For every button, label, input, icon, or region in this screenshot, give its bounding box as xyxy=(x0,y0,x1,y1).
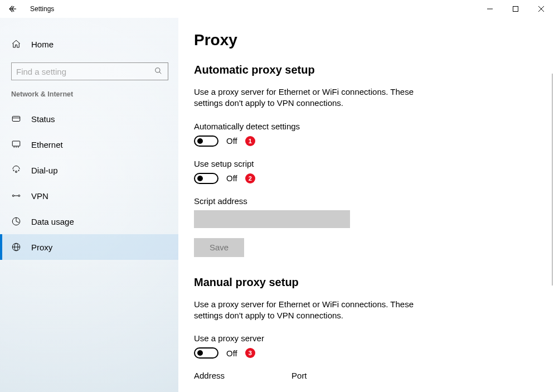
sidebar-item-label: Ethernet xyxy=(31,140,63,149)
status-icon xyxy=(11,114,21,124)
annotation-badge-2: 2 xyxy=(245,173,255,183)
script-address-input xyxy=(194,210,350,228)
titlebar: Settings xyxy=(0,0,554,18)
annotation-badge-3: 3 xyxy=(245,348,255,358)
maximize-icon xyxy=(513,6,518,12)
sidebar-home-label: Home xyxy=(31,40,54,49)
arrow-left-icon xyxy=(8,4,18,14)
vpn-icon xyxy=(11,191,21,201)
settings-window: Settings Home xyxy=(0,0,554,392)
ethernet-icon xyxy=(11,139,21,149)
use-script-state: Off xyxy=(226,173,237,183)
auto-detect-toggle[interactable] xyxy=(194,135,218,147)
svg-point-5 xyxy=(155,68,160,72)
svg-rect-2 xyxy=(513,7,518,12)
svg-point-17 xyxy=(18,195,20,197)
minimize-button[interactable] xyxy=(477,0,503,18)
sidebar-home[interactable]: Home xyxy=(0,31,178,57)
content-inner: Proxy Automatic proxy setup Use a proxy … xyxy=(178,31,524,392)
sidebar-item-ethernet[interactable]: Ethernet xyxy=(0,132,178,157)
use-script-toggle[interactable] xyxy=(194,173,218,184)
sidebar-item-label: Data usage xyxy=(31,217,74,226)
search-box[interactable] xyxy=(11,62,168,80)
minimize-icon xyxy=(487,6,493,12)
sidebar-item-label: VPN xyxy=(31,191,48,201)
sidebar-category-heading: Network & Internet xyxy=(0,80,178,106)
sidebar-item-label: Status xyxy=(31,114,55,124)
manual-section-desc: Use a proxy server for Ethernet or WiFi … xyxy=(194,299,439,322)
toggle-knob-icon xyxy=(197,176,203,181)
window-body: Home Network & Internet Status xyxy=(0,18,554,392)
titlebar-left: Settings xyxy=(7,3,54,15)
search-input[interactable] xyxy=(16,67,154,76)
auto-detect-label: Automatically detect settings xyxy=(194,122,524,131)
svg-point-15 xyxy=(18,170,20,171)
sidebar-item-status[interactable]: Status xyxy=(0,106,178,132)
svg-point-14 xyxy=(13,170,14,171)
sidebar-item-datausage[interactable]: Data usage xyxy=(0,209,178,234)
sidebar-item-vpn[interactable]: VPN xyxy=(0,183,178,209)
sidebar-item-dialup[interactable]: Dial-up xyxy=(0,157,178,183)
sidebar: Home Network & Internet Status xyxy=(0,18,178,392)
window-controls xyxy=(477,0,554,18)
data-usage-icon xyxy=(11,216,21,226)
use-script-toggle-row: Off 2 xyxy=(194,173,524,184)
maximize-button[interactable] xyxy=(503,0,528,18)
svg-rect-9 xyxy=(12,141,20,146)
manual-address-label: Address xyxy=(194,371,225,380)
svg-point-16 xyxy=(12,195,14,197)
toggle-knob-icon xyxy=(197,138,203,144)
svg-rect-7 xyxy=(12,117,20,122)
auto-detect-toggle-row: Off 1 xyxy=(194,135,524,147)
sidebar-item-label: Proxy xyxy=(31,243,52,252)
proxy-icon xyxy=(11,242,21,252)
sidebar-item-proxy[interactable]: Proxy xyxy=(0,234,178,260)
window-title: Settings xyxy=(30,5,54,13)
page-title: Proxy xyxy=(194,31,524,49)
auto-section-heading: Automatic proxy setup xyxy=(194,64,524,76)
save-button: Save xyxy=(194,238,244,257)
close-button[interactable] xyxy=(528,0,554,18)
scrollbar[interactable] xyxy=(552,74,553,285)
close-icon xyxy=(538,6,544,12)
use-proxy-state: Off xyxy=(226,349,237,358)
toggle-knob-icon xyxy=(197,350,203,356)
manual-port-label: Port xyxy=(291,371,307,380)
svg-line-6 xyxy=(159,72,162,74)
search-wrap xyxy=(0,57,178,80)
auto-detect-state: Off xyxy=(226,136,237,146)
auto-section-desc: Use a proxy server for Ethernet or WiFi … xyxy=(194,86,439,109)
back-button[interactable] xyxy=(7,3,19,15)
script-address-label: Script address xyxy=(194,196,524,206)
use-proxy-label: Use a proxy server xyxy=(194,333,524,343)
content-area: Proxy Automatic proxy setup Use a proxy … xyxy=(178,18,554,392)
use-script-label: Use setup script xyxy=(194,159,524,168)
svg-point-13 xyxy=(16,171,17,173)
sidebar-item-label: Dial-up xyxy=(31,166,58,175)
use-proxy-toggle-row: Off 3 xyxy=(194,347,524,359)
manual-section-heading: Manual proxy setup xyxy=(194,276,524,289)
use-proxy-toggle[interactable] xyxy=(194,347,218,359)
dialup-icon xyxy=(11,165,21,175)
address-port-row: Address Port xyxy=(194,371,524,385)
home-icon xyxy=(11,39,21,49)
search-icon xyxy=(154,67,163,76)
annotation-badge-1: 1 xyxy=(245,136,255,146)
